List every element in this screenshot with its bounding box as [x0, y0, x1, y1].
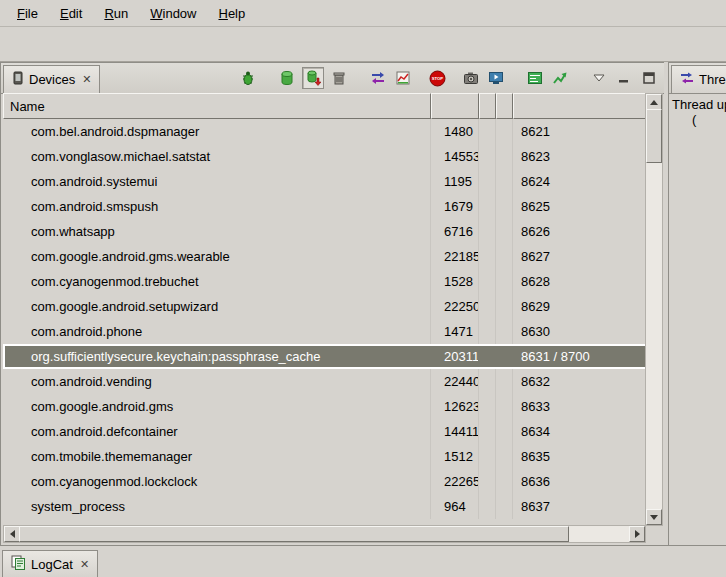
table-row[interactable]: com.google.android.gms126238633 — [3, 394, 647, 419]
table-row[interactable]: com.android.phone14718630 — [3, 319, 647, 344]
process-pid: 964 — [431, 494, 479, 519]
col-spacer — [496, 394, 513, 419]
tab-devices[interactable]: Devices ✕ — [3, 65, 100, 93]
svg-text:STOP: STOP — [431, 76, 443, 81]
table-row[interactable]: system_process9648637 — [3, 494, 647, 519]
process-name: com.vonglasow.michael.satstat — [3, 144, 431, 169]
process-port: 8631 / 8700 — [513, 344, 647, 369]
col-spacer — [479, 194, 496, 219]
minimize-icon[interactable] — [614, 68, 634, 88]
screen-record-icon[interactable] — [486, 68, 506, 88]
process-pid: 1471 — [431, 319, 479, 344]
menu-help[interactable]: Help — [207, 2, 256, 25]
threads-panel: Threads Thread up ( — [668, 62, 726, 546]
process-name: com.android.systemui — [3, 169, 431, 194]
column-header-port[interactable] — [513, 93, 647, 119]
table-row[interactable]: com.android.vending224408632 — [3, 369, 647, 394]
table-row[interactable]: com.tmobile.thememanager15128635 — [3, 444, 647, 469]
table-row[interactable]: com.bel.android.dspmanager14808621 — [3, 119, 647, 144]
col-spacer — [479, 169, 496, 194]
tab-threads[interactable]: Threads — [671, 65, 726, 93]
close-icon[interactable]: ✕ — [80, 73, 91, 86]
table-row[interactable]: com.cyanogenmod.lockclock222658636 — [3, 469, 647, 494]
device-process-rows: com.bel.android.dspmanager14808621com.vo… — [3, 119, 647, 519]
process-pid: 12623 — [431, 394, 479, 419]
scroll-right-button[interactable] — [629, 526, 645, 542]
col-spacer — [479, 369, 496, 394]
col-spacer — [496, 344, 513, 369]
debug-icon[interactable] — [238, 68, 258, 88]
scroll-left-button[interactable] — [4, 526, 20, 542]
maximize-icon[interactable] — [639, 68, 659, 88]
process-name: com.whatsapp — [3, 219, 431, 244]
view-menu-icon[interactable] — [589, 68, 609, 88]
process-pid: 22265 — [431, 469, 479, 494]
systrace-icon[interactable] — [525, 68, 545, 88]
table-row[interactable]: com.google.android.setupwizard222508629 — [3, 294, 647, 319]
horizontal-scroll-thumb[interactable] — [19, 526, 569, 542]
dump-hprof-icon[interactable] — [302, 67, 324, 89]
vertical-scrollbar[interactable] — [645, 93, 663, 526]
table-row[interactable]: com.android.systemui11958624 — [3, 169, 647, 194]
process-pid: 14411 — [431, 419, 479, 444]
col-spacer — [479, 319, 496, 344]
method-profiling-icon[interactable] — [393, 68, 413, 88]
logcat-icon — [11, 555, 26, 573]
scroll-up-button[interactable] — [646, 94, 662, 110]
col-spacer — [479, 344, 496, 369]
table-row[interactable]: com.whatsapp67168626 — [3, 219, 647, 244]
process-pid: 14553 — [431, 144, 479, 169]
close-icon[interactable]: ✕ — [78, 558, 89, 571]
process-name: com.android.defcontainer — [3, 419, 431, 444]
col-spacer — [479, 119, 496, 144]
scroll-down-button[interactable] — [646, 509, 662, 525]
col-spacer — [496, 144, 513, 169]
threads-message-line2: ( — [672, 112, 723, 127]
column-header-spacer1[interactable] — [479, 93, 496, 119]
vertical-scroll-thumb[interactable] — [646, 109, 662, 163]
process-port: 8634 — [513, 419, 647, 444]
col-spacer — [479, 144, 496, 169]
process-name: com.google.android.gms — [3, 394, 431, 419]
device-icon — [12, 71, 24, 88]
col-spacer — [496, 294, 513, 319]
process-pid: 22250 — [431, 294, 479, 319]
opengl-trace-icon[interactable] — [550, 68, 570, 88]
update-heap-icon[interactable] — [277, 68, 297, 88]
process-pid: 1528 — [431, 269, 479, 294]
process-pid: 6716 — [431, 219, 479, 244]
cause-gc-icon[interactable] — [329, 68, 349, 88]
table-row[interactable]: com.android.defcontainer144118634 — [3, 419, 647, 444]
devices-tabstrip: Devices ✕ STOP — [1, 63, 665, 94]
col-spacer — [479, 419, 496, 444]
col-spacer — [479, 494, 496, 519]
screen-capture-icon[interactable] — [461, 68, 481, 88]
bottom-view-strip: LogCat ✕ — [0, 545, 726, 577]
table-row[interactable]: com.android.smspush16798625 — [3, 194, 647, 219]
table-row[interactable]: org.sufficientlysecure.keychain:passphra… — [3, 344, 647, 369]
menu-window[interactable]: Window — [139, 2, 207, 25]
col-spacer — [479, 294, 496, 319]
column-header-name[interactable]: Name — [3, 93, 431, 119]
menu-run[interactable]: Run — [93, 2, 139, 25]
menu-edit[interactable]: Edit — [49, 2, 93, 25]
col-spacer — [496, 319, 513, 344]
menu-file[interactable]: File — [6, 2, 49, 25]
column-header-spacer2[interactable] — [496, 93, 513, 119]
process-name: system_process — [3, 494, 431, 519]
process-pid: 22185 — [431, 244, 479, 269]
column-header-pid[interactable] — [431, 93, 479, 119]
stop-process-icon[interactable]: STOP — [427, 68, 447, 88]
col-spacer — [479, 269, 496, 294]
horizontal-scrollbar[interactable] — [3, 525, 646, 543]
table-row[interactable]: com.google.android.gms.wearable221858627 — [3, 244, 647, 269]
process-port: 8624 — [513, 169, 647, 194]
col-spacer — [496, 219, 513, 244]
table-row[interactable]: com.cyanogenmod.trebuchet15288628 — [3, 269, 647, 294]
process-name: com.cyanogenmod.lockclock — [3, 469, 431, 494]
process-name: com.tmobile.thememanager — [3, 444, 431, 469]
devices-table: Name com.bel.android.dspmanager14808621c… — [3, 93, 663, 543]
tab-logcat[interactable]: LogCat ✕ — [2, 550, 98, 577]
table-row[interactable]: com.vonglasow.michael.satstat145538623 — [3, 144, 647, 169]
update-threads-icon[interactable] — [368, 68, 388, 88]
